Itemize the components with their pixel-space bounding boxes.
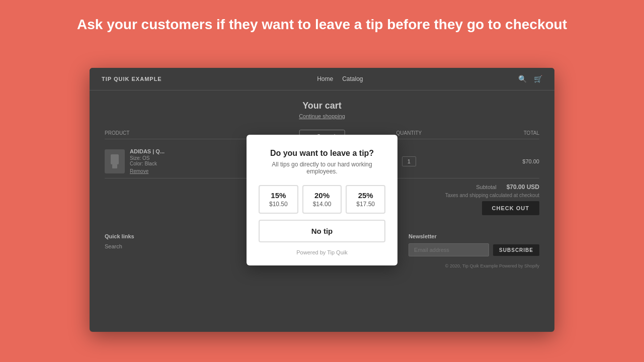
svg-rect-0 [111, 154, 119, 164]
tip-percent-25: 25% [350, 191, 381, 200]
nav-brand: TIP QUIK EXAMPLE [102, 76, 162, 82]
cart-icon[interactable]: 🛒 [534, 75, 542, 83]
checkout-button[interactable]: CHECK OUT [482, 201, 539, 215]
browser-window: TIP QUIK EXAMPLE Home Catalog 🔍 🛒 ← Canc… [90, 68, 554, 332]
powered-by: Powered by Tip Quik [259, 249, 385, 255]
tip-percent-15: 15% [263, 191, 294, 200]
no-tip-button[interactable]: No tip [259, 220, 385, 242]
modal-title: Do you want to leave a tip? [259, 149, 385, 158]
tip-option-25[interactable]: 25% $17.50 [346, 185, 385, 214]
tip-options: 15% $10.50 20% $14.00 25% $17.50 [259, 185, 385, 214]
search-icon[interactable]: 🔍 [518, 75, 527, 83]
nav-links: Home Catalog [317, 75, 363, 82]
product-color: Color: Black [130, 161, 165, 166]
newsletter-section: Newsletter SUBSCRIBE [409, 233, 539, 256]
newsletter-area: SUBSCRIBE [409, 243, 539, 256]
nav-icons: 🔍 🛒 [518, 75, 542, 83]
continue-shopping-link[interactable]: Continue shopping [105, 113, 539, 119]
product-image [105, 149, 125, 173]
col-header-total: TOTAL [452, 130, 539, 136]
tax-note: Taxes and shipping calculated at checkou… [445, 193, 539, 198]
nav-link-catalog[interactable]: Catalog [342, 75, 363, 82]
product-total: $70.00 [452, 158, 539, 164]
tip-option-15[interactable]: 15% $10.50 [259, 185, 298, 214]
nav-bar: TIP QUIK EXAMPLE Home Catalog 🔍 🛒 [90, 68, 554, 90]
tip-modal: Do you want to leave a tip? All tips go … [247, 135, 397, 265]
svg-rect-1 [112, 164, 117, 168]
product-info: ADIDAS | Q... Size: OS Color: Black Remo… [130, 148, 165, 174]
nav-link-home[interactable]: Home [317, 75, 333, 82]
tip-amount-15: $10.50 [263, 201, 294, 208]
remove-link[interactable]: Remove [130, 168, 165, 174]
page-heading: Ask your customers if they want to leave… [0, 0, 644, 45]
subtotal-label: Subtotal [476, 184, 496, 190]
email-input[interactable] [409, 243, 489, 256]
tip-percent-20: 20% [306, 191, 338, 200]
newsletter-title: Newsletter [409, 233, 539, 239]
tip-option-20[interactable]: 20% $14.00 [302, 185, 342, 214]
footer-search-link[interactable]: Search [105, 243, 134, 249]
product-name: ADIDAS | Q... [130, 148, 165, 154]
tip-amount-20: $14.00 [306, 201, 338, 208]
quick-links-title: Quick links [105, 233, 134, 239]
subscribe-button[interactable]: SUBSCRIBE [493, 244, 539, 256]
cart-title: Your cart [105, 101, 539, 111]
quantity-box[interactable]: 1 [402, 156, 416, 166]
subtotal-value: $70.00 USD [507, 184, 539, 191]
product-size: Size: OS [130, 155, 165, 161]
quick-links-section: Quick links Search [105, 233, 134, 256]
modal-subtitle: All tips go directly to our hard working… [259, 161, 385, 175]
tip-amount-25: $17.50 [350, 201, 381, 208]
